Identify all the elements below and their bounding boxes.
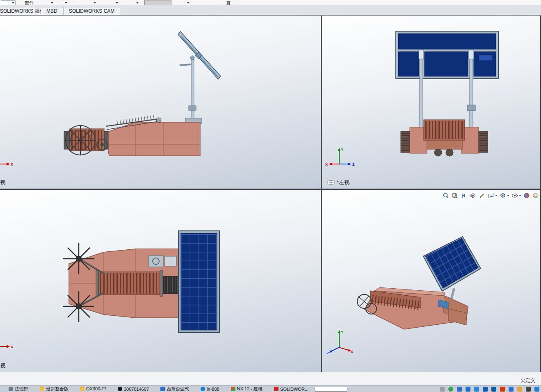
edit-appearance-icon[interactable] xyxy=(523,191,531,200)
tab-solidworks-cam[interactable]: SOLIDWORKS CAM xyxy=(63,7,120,15)
zoom-to-area-icon[interactable] xyxy=(451,191,459,200)
taskbar-item-label: NX 12 - 建模 xyxy=(237,386,263,392)
taskbar-item[interactable]: QX300-中 xyxy=(75,386,112,392)
viewport-top-view[interactable]: X 视 xyxy=(0,190,321,372)
view-label: 视 xyxy=(0,179,5,186)
axis-x-label: X xyxy=(11,345,13,349)
tab-label: SOLIDWORKS CAM xyxy=(69,8,114,14)
previous-view-icon[interactable] xyxy=(460,191,468,200)
command-toolbar: 部件 直 xyxy=(0,0,541,6)
folder-icon xyxy=(80,387,84,391)
tray-icon[interactable] xyxy=(491,387,496,392)
view-label: 视 xyxy=(0,362,5,369)
view-label-text: *左视 xyxy=(337,179,349,186)
tray-icon[interactable] xyxy=(440,387,445,392)
system-tray xyxy=(440,387,541,392)
axis-x-label: X xyxy=(351,350,353,354)
tray-icon[interactable] xyxy=(517,387,522,392)
tray-icon[interactable] xyxy=(534,387,539,392)
taskbar-item-label: QX300-中 xyxy=(86,386,106,392)
top-view-drawing xyxy=(0,190,321,372)
axis-x-label: X xyxy=(325,162,328,166)
qq-icon xyxy=(118,387,122,391)
section-view-icon[interactable] xyxy=(469,191,477,200)
view-indicator-icon xyxy=(327,180,335,185)
view-label-text: 视 xyxy=(0,362,5,369)
document-icon xyxy=(160,387,165,391)
tray-icon[interactable] xyxy=(526,387,531,392)
tray-icon[interactable] xyxy=(474,387,479,392)
view-label: *左视 xyxy=(327,179,349,186)
tray-icon[interactable] xyxy=(483,387,488,392)
viewport-isometric-view[interactable]: Y Z X xyxy=(322,190,540,372)
taskbar-item[interactable]: 3007014607 xyxy=(112,386,154,392)
dropdown-chevron-icon xyxy=(507,195,509,196)
side-view-drawing xyxy=(0,16,321,189)
annotation-views-icon[interactable] xyxy=(487,191,498,200)
tab-mbd[interactable]: MBD xyxy=(41,7,63,15)
dropdown-chevron-icon[interactable] xyxy=(136,2,139,4)
app-icon xyxy=(9,387,13,391)
dropdown-chevron-icon xyxy=(12,2,14,4)
toolbar-pressed-button[interactable] xyxy=(144,0,171,5)
tab-label: SOLIDWORKS 插件 xyxy=(0,8,45,15)
apply-scene-icon[interactable] xyxy=(532,191,540,200)
taskbar-item[interactable]: NX 12 - 建模 xyxy=(226,386,268,392)
solidworks-window: 部件 直 SOLIDWORKS 插件 MBD SOLIDWORKS CAM xyxy=(0,0,541,392)
dropdown-chevron-icon xyxy=(519,195,521,196)
viewport-left-view[interactable]: Y X Z *左视 xyxy=(322,16,540,189)
solidworks-icon xyxy=(274,387,278,391)
folder-icon xyxy=(40,387,44,391)
status-bar: 欠定义 xyxy=(0,372,541,385)
zoom-to-fit-icon[interactable] xyxy=(442,191,450,200)
taskbar-item-label: SOLIDWOR... xyxy=(280,387,308,392)
tray-icon[interactable] xyxy=(509,387,514,392)
dropdown-chevron-icon[interactable] xyxy=(94,2,96,4)
orientation-triad: Y Z X xyxy=(327,328,358,355)
axis-x-label: X xyxy=(11,162,13,166)
dropdown-chevron-icon xyxy=(495,195,498,196)
viewport-front-view[interactable]: X 视 xyxy=(0,16,321,189)
taskbar-item[interactable]: SOLIDWOR... xyxy=(269,386,314,392)
taskbar-item-label: 3007014607 xyxy=(124,387,149,392)
toolbar-dropdown[interactable] xyxy=(1,0,16,5)
axis-z-label: Z xyxy=(327,351,329,355)
tray-icon[interactable] xyxy=(448,387,453,392)
axis-y-label: Y xyxy=(341,148,343,152)
taskbar-item[interactable]: in-888 xyxy=(195,386,225,392)
taskbar-item-label: 最新整合版 xyxy=(46,386,68,392)
graphics-area: X 视 xyxy=(0,16,541,372)
taskbar-search-input[interactable] xyxy=(315,387,347,392)
dropdown-chevron-icon[interactable] xyxy=(65,2,67,4)
taskbar-item-label: 西章企翌式 xyxy=(167,386,189,392)
orientation-triad: X xyxy=(0,343,16,350)
tray-icon[interactable] xyxy=(466,387,470,392)
dropdown-chevron-icon[interactable] xyxy=(51,2,53,4)
dropdown-chevron-icon[interactable] xyxy=(116,2,118,4)
view-heads-up-toolbar xyxy=(442,191,540,200)
taskbar-item-label: 法理部 xyxy=(15,386,28,392)
hide-show-items-icon[interactable] xyxy=(511,191,522,200)
taskbar-item[interactable]: 法理部 xyxy=(3,386,34,392)
browser-icon xyxy=(201,387,205,391)
axis-z-label: Z xyxy=(352,162,355,166)
display-style-icon[interactable] xyxy=(499,191,510,200)
taskbar-item[interactable]: 西章企翌式 xyxy=(155,386,194,392)
windows-taskbar: 法理部 最新整合版 QX300-中 3007014607 西章企翌式 in-88… xyxy=(0,385,541,392)
tray-icon[interactable] xyxy=(500,387,505,392)
taskbar-item[interactable]: 最新整合版 xyxy=(34,386,74,392)
tab-label: MBD xyxy=(46,8,57,14)
dropdown-chevron-icon xyxy=(540,195,540,196)
axis-y-label: Y xyxy=(341,330,343,334)
orientation-triad: Y X Z xyxy=(325,146,356,169)
taskbar-item-label: in-888 xyxy=(207,387,219,392)
dropdown-chevron-icon[interactable] xyxy=(187,2,189,4)
toolbar-glyph-button[interactable]: 直 xyxy=(226,0,231,5)
assembly-label: 部件 xyxy=(25,0,34,5)
status-text: 欠定义 xyxy=(520,377,535,384)
nx-icon xyxy=(231,387,235,391)
tray-icon[interactable] xyxy=(457,387,462,392)
orientation-triad: X xyxy=(0,161,16,167)
view-label-text: 视 xyxy=(0,179,5,186)
annotation-icon[interactable] xyxy=(478,191,486,200)
